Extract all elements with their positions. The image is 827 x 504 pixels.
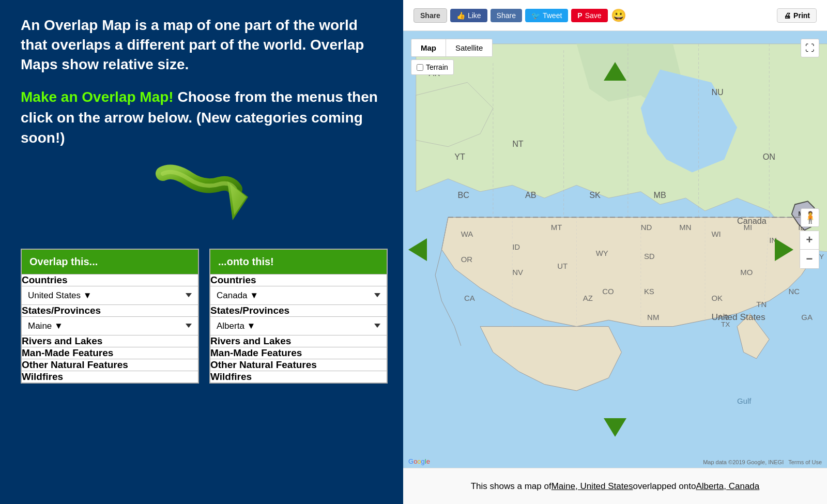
svg-text:WY: WY <box>596 249 608 257</box>
zoom-out-button[interactable]: − <box>800 250 819 268</box>
twitter-icon: 🐦 <box>531 11 540 20</box>
reddit-icon: 😀 <box>611 8 626 22</box>
table1-rivers-label: Rivers and Lakes <box>21 335 198 347</box>
zoom-in-button[interactable]: + <box>800 231 819 250</box>
svg-text:NV: NV <box>512 268 523 277</box>
table1-countries-select-row[interactable]: United States ▼ Canada Mexico Brazil Aus… <box>21 286 198 304</box>
svg-text:MB: MB <box>654 190 666 200</box>
info-link1-text: Maine, United States <box>552 481 633 491</box>
table1-states-row: States/Provinces <box>21 304 198 316</box>
map-attribution: Google <box>408 457 430 465</box>
nav-down-arrow[interactable] <box>604 418 626 437</box>
map-type-satellite-button[interactable]: Satellite <box>446 39 492 56</box>
svg-text:NM: NM <box>647 313 659 322</box>
svg-text:SK: SK <box>589 190 601 200</box>
map-nav-up[interactable] <box>604 62 626 81</box>
svg-text:ON: ON <box>763 152 775 161</box>
fullscreen-icon: ⛶ <box>805 43 815 54</box>
terms-of-use-link[interactable]: Terms of Use <box>788 459 822 465</box>
onto-this-table: ...onto this! Countries Canada ▼ United … <box>209 249 388 384</box>
svg-text:UT: UT <box>557 262 568 270</box>
zoom-controls: + − <box>800 231 819 269</box>
terrain-checkbox-container[interactable]: Terrain <box>411 59 454 75</box>
info-mid: overlapped onto <box>633 480 696 493</box>
map-type-map-button[interactable]: Map <box>411 39 446 56</box>
reddit-share-button[interactable]: 😀 <box>611 8 626 23</box>
table2-states-select-row[interactable]: Alberta ▼ British Columbia Ontario Quebe… <box>210 316 387 335</box>
table1-manmade-row: Man-Made Features <box>21 347 198 359</box>
terrain-checkbox[interactable] <box>417 64 423 71</box>
svg-text:CO: CO <box>602 287 614 296</box>
svg-text:MT: MT <box>551 223 562 232</box>
table2-wildfires-label: Wildfires <box>210 371 387 383</box>
svg-text:MI: MI <box>744 223 753 232</box>
table1-countries-label: Countries <box>21 274 198 286</box>
countries-select-right[interactable]: Canada ▼ United States Mexico Brazil Aus… <box>210 286 387 304</box>
table2-states-row: States/Provinces <box>210 304 387 316</box>
twitter-tweet-button[interactable]: 🐦 Tweet <box>525 9 568 22</box>
green-arrow-icon <box>152 163 256 231</box>
svg-text:GA: GA <box>801 313 813 322</box>
svg-text:CA: CA <box>464 294 475 302</box>
nav-left-arrow[interactable] <box>408 238 427 261</box>
facebook-like-button[interactable]: 👍 Like <box>450 9 487 22</box>
cta-green: Make an Overlap Map! <box>21 89 174 105</box>
printer-icon: 🖨 <box>784 11 791 20</box>
street-view-person[interactable]: 🧍 <box>801 208 819 227</box>
info-pre: This shows a map of <box>471 480 552 493</box>
table1-manmade-label: Man-Made Features <box>21 347 198 359</box>
nav-right-arrow[interactable] <box>775 238 793 261</box>
print-button[interactable]: 🖨 Print <box>777 8 817 23</box>
countries-select-left[interactable]: United States ▼ Canada Mexico Brazil Aus… <box>22 286 198 304</box>
arrow-container <box>21 163 388 231</box>
facebook-share-button[interactable]: Share <box>491 9 522 22</box>
person-icon: 🧍 <box>803 211 817 224</box>
pinterest-icon: P <box>577 11 582 20</box>
map-info-row: This shows a map of Maine, United States… <box>403 468 827 504</box>
svg-text:NU: NU <box>711 87 723 97</box>
table2-manmade-label: Man-Made Features <box>210 347 387 359</box>
map-nav-right[interactable] <box>775 238 793 261</box>
nav-up-arrow[interactable] <box>604 62 626 81</box>
table2-rivers-row: Rivers and Lakes <box>210 335 387 347</box>
table2-wildfires-row: Wildfires <box>210 371 387 383</box>
share-label: Share <box>420 11 440 20</box>
svg-text:TN: TN <box>756 300 767 309</box>
svg-text:YT: YT <box>454 152 465 161</box>
info-link-alberta[interactable]: Alberta, Canada <box>696 480 759 493</box>
google-logo: Google <box>408 457 430 465</box>
map-type-controls: Map Satellite Terrain <box>411 39 493 75</box>
svg-text:SD: SD <box>644 252 655 261</box>
pinterest-save-button[interactable]: P Save <box>571 9 607 22</box>
fb-icon: 👍 <box>456 11 465 20</box>
table2-countries-select-row[interactable]: Canada ▼ United States Mexico Brazil Aus… <box>210 286 387 304</box>
share-button[interactable]: Share <box>414 8 447 23</box>
svg-text:TX: TX <box>721 320 730 328</box>
map-data-text: Map data ©2019 Google, INEGI <box>703 459 784 465</box>
svg-text:OR: OR <box>461 255 473 264</box>
info-link-maine[interactable]: Maine, United States <box>552 480 633 493</box>
svg-text:MN: MN <box>679 223 691 232</box>
fullscreen-button[interactable]: ⛶ <box>801 39 819 57</box>
table1-natural-label: Other Natural Features <box>21 359 198 371</box>
map-attribution-right: Map data ©2019 Google, INEGI Terms of Us… <box>703 459 822 465</box>
social-buttons: Share 👍 Like Share 🐦 Tweet P Save <box>414 8 626 23</box>
svg-text:Gulf: Gulf <box>737 397 752 405</box>
tweet-label: Tweet <box>543 11 562 20</box>
states-select-left[interactable]: Maine ▼ Alabama Alaska Arizona Californi… <box>22 317 198 335</box>
svg-text:MO: MO <box>740 268 753 277</box>
intro-text: An Overlap Map is a map of one part of t… <box>21 16 388 74</box>
svg-text:WI: WI <box>711 230 721 238</box>
svg-text:ID: ID <box>512 243 520 251</box>
map-area[interactable]: AK YT NT BC AB SK MB NU ON Canada United… <box>403 31 827 468</box>
map-nav-down[interactable] <box>604 418 626 437</box>
top-bar: Share 👍 Like Share 🐦 Tweet P Save <box>403 0 827 31</box>
table1-states-select-row[interactable]: Maine ▼ Alabama Alaska Arizona Californi… <box>21 316 198 335</box>
svg-text:KS: KS <box>644 287 654 296</box>
table2-natural-label: Other Natural Features <box>210 359 387 371</box>
states-select-right[interactable]: Alberta ▼ British Columbia Ontario Quebe… <box>210 317 387 335</box>
map-nav-left[interactable] <box>408 238 427 261</box>
table1-countries-row: Countries <box>21 274 198 286</box>
terms-label: Terms of Use <box>788 459 822 465</box>
table1-wildfires-label: Wildfires <box>21 371 198 383</box>
